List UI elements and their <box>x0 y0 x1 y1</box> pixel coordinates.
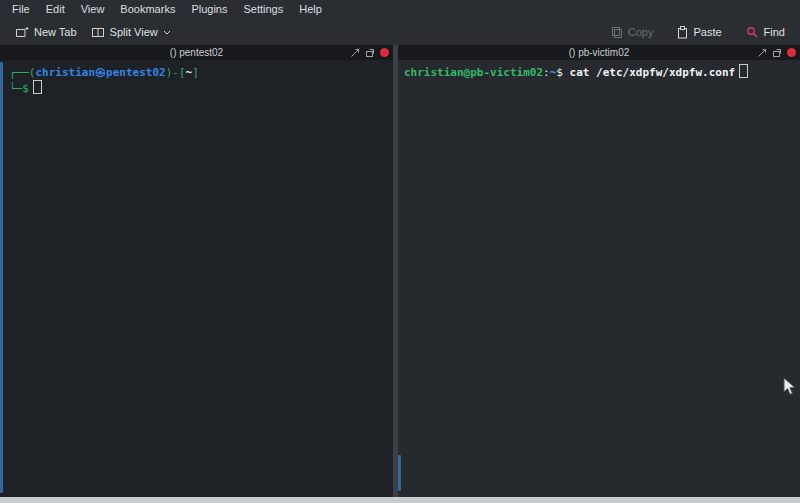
pane-actions-left <box>350 45 389 60</box>
typed-command: cat /etc/xdpfw/xdpfw.conf <box>570 66 736 79</box>
split-view-container: () pentest02 <box>0 45 800 497</box>
prompt-user-host: christian@pb-victim02 <box>404 66 543 79</box>
close-pane-button[interactable] <box>787 48 796 57</box>
paste-button[interactable]: Paste <box>670 23 728 42</box>
find-button[interactable]: Find <box>739 23 792 42</box>
find-label: Find <box>764 26 785 38</box>
copy-label: Copy <box>628 26 654 38</box>
maximize-pane-icon[interactable] <box>757 48 767 58</box>
terminal-icon: () <box>170 47 177 58</box>
window-bottom-edge <box>0 497 800 503</box>
find-icon <box>746 26 759 39</box>
split-view-label: Split View <box>110 26 158 38</box>
new-tab-label: New Tab <box>34 26 77 38</box>
maximize-pane-icon[interactable] <box>350 48 360 58</box>
scrollbar-right-pane[interactable] <box>398 60 401 497</box>
new-tab-icon <box>15 26 29 38</box>
detach-pane-icon[interactable] <box>365 48 375 58</box>
prompt-line-1: ┌──(christian㉿pentest02)-[~] <box>9 66 389 80</box>
menu-help[interactable]: Help <box>291 0 330 18</box>
menu-file[interactable]: File <box>4 0 38 18</box>
prompt-user-host: christian㉿pentest02 <box>36 66 166 79</box>
menu-view[interactable]: View <box>73 0 113 18</box>
menu-bookmarks[interactable]: Bookmarks <box>112 0 183 18</box>
terminal-screen-pb-victim02[interactable]: christian@pb-victim02:~$ cat /etc/xdpfw/… <box>398 60 800 497</box>
detach-pane-icon[interactable] <box>772 48 782 58</box>
copy-button[interactable]: Copy <box>604 23 661 42</box>
pane-actions-right <box>757 45 796 60</box>
menu-bar: File Edit View Bookmarks Plugins Setting… <box>0 0 800 19</box>
close-pane-button[interactable] <box>380 48 389 57</box>
terminal-cursor <box>739 64 748 78</box>
toolbar: New Tab Split View <box>0 19 800 45</box>
prompt-line-2: └─$ <box>9 80 389 96</box>
menu-plugins[interactable]: Plugins <box>183 0 235 18</box>
pane-title-left: () pentest02 <box>0 45 393 60</box>
terminal-pane-pb-victim02: () pb-victim02 <box>398 45 800 497</box>
copy-icon <box>611 26 623 39</box>
pane-header-right[interactable]: () pb-victim02 <box>398 45 800 60</box>
terminal-cursor <box>33 80 42 94</box>
prompt-line: christian@pb-victim02:~$ cat /etc/xdpfw/… <box>404 64 796 80</box>
terminal-icon: () <box>569 47 576 58</box>
pane-title-right: () pb-victim02 <box>398 45 800 60</box>
chevron-down-icon <box>163 30 171 35</box>
paste-label: Paste <box>693 26 721 38</box>
menu-edit[interactable]: Edit <box>38 0 73 18</box>
scrollbar-thumb[interactable] <box>0 62 3 493</box>
toolbar-right-group: Copy Paste Find <box>604 23 792 42</box>
terminal-pane-pentest02: () pentest02 <box>0 45 393 497</box>
new-tab-button[interactable]: New Tab <box>8 23 84 41</box>
scrollbar-left-pane[interactable] <box>0 60 3 497</box>
menu-settings[interactable]: Settings <box>235 0 291 18</box>
scrollbar-thumb[interactable] <box>398 455 401 491</box>
split-view-icon <box>91 26 105 38</box>
paste-icon <box>677 26 688 39</box>
konsole-window: File Edit View Bookmarks Plugins Setting… <box>0 0 800 503</box>
terminal-screen-pentest02[interactable]: ┌──(christian㉿pentest02)-[~] └─$ <box>0 60 393 497</box>
split-view-button[interactable]: Split View <box>84 23 178 41</box>
pane-header-left[interactable]: () pentest02 <box>0 45 393 60</box>
